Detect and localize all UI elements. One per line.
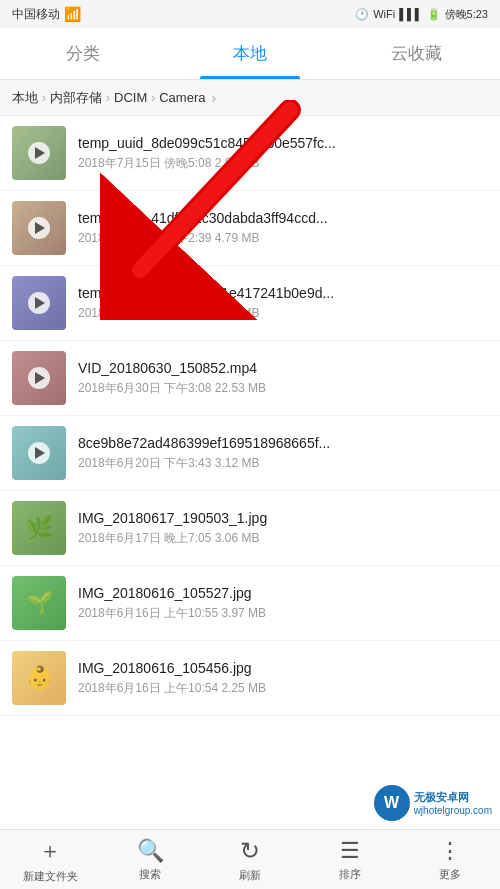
file-thumbnail bbox=[12, 276, 66, 330]
breadcrumb-sep-2: › bbox=[106, 91, 110, 105]
play-triangle bbox=[35, 372, 45, 384]
file-info: IMG_20180616_105527.jpg 2018年6月16日 上午10:… bbox=[78, 585, 488, 622]
tab-bar: 分类 本地 云收藏 bbox=[0, 28, 500, 80]
list-item[interactable]: temp_uuid_41df482c30dabda3ff94ccd... 201… bbox=[0, 191, 500, 266]
file-info: 8ce9b8e72ad486399ef169518968665f... 2018… bbox=[78, 435, 488, 472]
file-name: IMG_20180617_190503_1.jpg bbox=[78, 510, 488, 526]
toolbar-refresh[interactable]: ↺ 刷新 bbox=[200, 837, 300, 883]
file-thumbnail bbox=[12, 426, 66, 480]
file-meta: 2018年6月30日 下午3:14 1.91 MB bbox=[78, 305, 488, 322]
file-thumbnail: 🌿 bbox=[12, 501, 66, 555]
file-meta: 2018年6月20日 下午3:43 3.12 MB bbox=[78, 455, 488, 472]
toolbar-search[interactable]: 🔍 搜索 bbox=[100, 838, 200, 882]
list-item[interactable]: VID_20180630_150852.mp4 2018年6月30日 下午3:0… bbox=[0, 341, 500, 416]
toolbar-refresh-label: 刷新 bbox=[239, 868, 261, 883]
toolbar-sort-label: 排序 bbox=[339, 867, 361, 882]
status-left: 中国移动 📶 bbox=[12, 6, 81, 23]
status-right: 🕐 WiFi ▌▌▌ 🔋 傍晚5:23 bbox=[355, 7, 488, 22]
time-display: 傍晚5:23 bbox=[445, 7, 488, 22]
file-info: IMG_20180617_190503_1.jpg 2018年6月17日 晚上7… bbox=[78, 510, 488, 547]
breadcrumb-sep-3: › bbox=[151, 91, 155, 105]
file-thumbnail bbox=[12, 351, 66, 405]
file-info: temp_uuid_8de099c51c8453bb0e557fc... 201… bbox=[78, 135, 488, 172]
file-name: VID_20180630_150852.mp4 bbox=[78, 360, 488, 376]
play-triangle bbox=[35, 222, 45, 234]
wifi-icon: WiFi bbox=[373, 8, 395, 20]
toolbar-sort[interactable]: ☰ 排序 bbox=[300, 838, 400, 882]
file-name: temp_uuid_8de099c51c8453bb0e557fc... bbox=[78, 135, 488, 151]
tab-category[interactable]: 分类 bbox=[0, 28, 167, 79]
file-thumbnail: 🌱 bbox=[12, 576, 66, 630]
toolbar-new-folder-label: 新建文件夹 bbox=[23, 869, 78, 884]
sort-icon: ☰ bbox=[340, 838, 360, 864]
file-info: IMG_20180616_105456.jpg 2018年6月16日 上午10:… bbox=[78, 660, 488, 697]
file-name: 8ce9b8e72ad486399ef169518968665f... bbox=[78, 435, 488, 451]
bottom-toolbar: ＋ 新建文件夹 🔍 搜索 ↺ 刷新 ☰ 排序 ⋮ 更多 bbox=[0, 829, 500, 889]
file-name: IMG_20180616_105527.jpg bbox=[78, 585, 488, 601]
new-folder-icon: ＋ bbox=[39, 836, 61, 866]
status-bar: 中国移动 📶 🕐 WiFi ▌▌▌ 🔋 傍晚5:23 bbox=[0, 0, 500, 28]
list-item[interactable]: temp_uuid_0b71e7d4d1e417241b0e9d... 2018… bbox=[0, 266, 500, 341]
breadcrumb-internal[interactable]: 内部存储 bbox=[50, 89, 102, 107]
tab-local-label: 本地 bbox=[233, 42, 267, 65]
play-icon bbox=[28, 442, 50, 464]
list-item[interactable]: 🌱 IMG_20180616_105527.jpg 2018年6月16日 上午1… bbox=[0, 566, 500, 641]
breadcrumb-chevron: › bbox=[211, 90, 216, 106]
tab-cloud[interactable]: 云收藏 bbox=[333, 28, 500, 79]
clock-icon: 🕐 bbox=[355, 8, 369, 21]
file-thumbnail bbox=[12, 126, 66, 180]
file-meta: 2018年7月15日 下午2:39 4.79 MB bbox=[78, 230, 488, 247]
breadcrumb-dcim[interactable]: DCIM bbox=[114, 90, 147, 105]
file-meta: 2018年7月15日 傍晚5:08 2.87 MB bbox=[78, 155, 488, 172]
watermark-site-name: 无极安卓网 bbox=[414, 790, 492, 805]
file-thumbnail: 👶 bbox=[12, 651, 66, 705]
file-name: temp_uuid_41df482c30dabda3ff94ccd... bbox=[78, 210, 488, 226]
watermark-url: wjhotelgroup.com bbox=[414, 805, 492, 816]
play-icon bbox=[28, 367, 50, 389]
toolbar-search-label: 搜索 bbox=[139, 867, 161, 882]
more-icon: ⋮ bbox=[439, 838, 461, 864]
watermark-logo: W bbox=[374, 785, 410, 821]
file-meta: 2018年6月16日 上午10:55 3.97 MB bbox=[78, 605, 488, 622]
file-info: temp_uuid_41df482c30dabda3ff94ccd... 201… bbox=[78, 210, 488, 247]
file-meta: 2018年6月30日 下午3:08 22.53 MB bbox=[78, 380, 488, 397]
carrier-text: 中国移动 bbox=[12, 6, 60, 23]
list-item[interactable]: 🌿 IMG_20180617_190503_1.jpg 2018年6月17日 晚… bbox=[0, 491, 500, 566]
tab-local[interactable]: 本地 bbox=[167, 28, 334, 79]
breadcrumb-camera[interactable]: Camera bbox=[159, 90, 205, 105]
toolbar-more-label: 更多 bbox=[439, 867, 461, 882]
toolbar-new-folder[interactable]: ＋ 新建文件夹 bbox=[0, 836, 100, 884]
refresh-icon: ↺ bbox=[240, 837, 260, 865]
list-item[interactable]: 8ce9b8e72ad486399ef169518968665f... 2018… bbox=[0, 416, 500, 491]
file-name: temp_uuid_0b71e7d4d1e417241b0e9d... bbox=[78, 285, 488, 301]
signal-bars: ▌▌▌ bbox=[399, 8, 422, 20]
file-info: temp_uuid_0b71e7d4d1e417241b0e9d... 2018… bbox=[78, 285, 488, 322]
play-triangle bbox=[35, 147, 45, 159]
battery-icon: 🔋 bbox=[427, 8, 441, 21]
tab-category-label: 分类 bbox=[66, 42, 100, 65]
breadcrumb-sep-1: › bbox=[42, 91, 46, 105]
file-info: VID_20180630_150852.mp4 2018年6月30日 下午3:0… bbox=[78, 360, 488, 397]
file-meta: 2018年6月17日 晚上7:05 3.06 MB bbox=[78, 530, 488, 547]
file-meta: 2018年6月16日 上午10:54 2.25 MB bbox=[78, 680, 488, 697]
breadcrumb-local[interactable]: 本地 bbox=[12, 89, 38, 107]
play-icon bbox=[28, 217, 50, 239]
search-icon: 🔍 bbox=[137, 838, 164, 864]
watermark: W 无极安卓网 wjhotelgroup.com bbox=[374, 785, 492, 821]
toolbar-more[interactable]: ⋮ 更多 bbox=[400, 838, 500, 882]
file-name: IMG_20180616_105456.jpg bbox=[78, 660, 488, 676]
file-list: temp_uuid_8de099c51c8453bb0e557fc... 201… bbox=[0, 116, 500, 829]
play-triangle bbox=[35, 447, 45, 459]
play-icon bbox=[28, 142, 50, 164]
tab-cloud-label: 云收藏 bbox=[391, 42, 442, 65]
list-item[interactable]: temp_uuid_8de099c51c8453bb0e557fc... 201… bbox=[0, 116, 500, 191]
play-triangle bbox=[35, 297, 45, 309]
list-item[interactable]: 👶 IMG_20180616_105456.jpg 2018年6月16日 上午1… bbox=[0, 641, 500, 716]
breadcrumb: 本地 › 内部存储 › DCIM › Camera › bbox=[0, 80, 500, 116]
file-thumbnail bbox=[12, 201, 66, 255]
play-icon bbox=[28, 292, 50, 314]
carrier-icon: 📶 bbox=[64, 6, 81, 22]
